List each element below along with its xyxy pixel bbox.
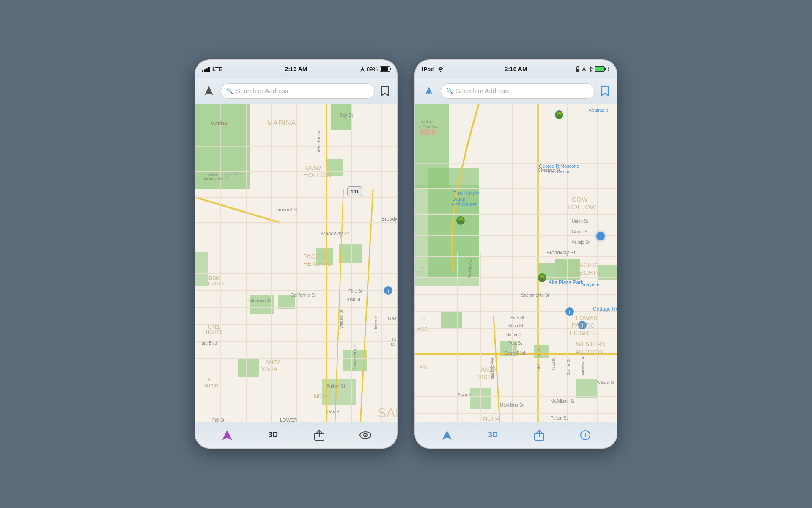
svg-text:VISTA: VISTA: [261, 365, 278, 372]
svg-text:NOPA: NOPA: [314, 393, 330, 400]
svg-rect-100: [441, 312, 462, 329]
svg-text:Post St: Post St: [508, 341, 522, 345]
battery-icon-1: [380, 66, 390, 72]
share-button-1[interactable]: [310, 426, 329, 444]
info-button-2[interactable]: i: [576, 426, 595, 444]
svg-text:🌳: 🌳: [556, 111, 562, 118]
svg-text:McAllister St: McAllister St: [500, 403, 524, 408]
svg-text:ANZA: ANZA: [265, 359, 281, 366]
directions-arrow-icon-1: [203, 85, 215, 97]
svg-text:of Fine Arts: of Fine Arts: [203, 177, 222, 181]
search-icon-1: 🔍: [226, 88, 233, 94]
svg-text:Palace: Palace: [206, 173, 218, 177]
battery-fill-1: [381, 67, 388, 71]
nav-bar-2: 🔍 Search or Address: [415, 78, 617, 104]
signal-bar-3: [206, 68, 208, 72]
battery-icon-2: [595, 66, 605, 72]
location-button-1[interactable]: [218, 426, 236, 444]
svg-rect-15: [238, 358, 259, 377]
svg-text:Union St: Union St: [572, 219, 588, 224]
status-bar-2: iPod 2:16 AM: [415, 60, 617, 78]
svg-text:HOLLOW: HOLLOW: [568, 203, 596, 210]
status-bar-1: LTE 2:16 AM 89%: [195, 60, 397, 78]
svg-rect-14: [195, 252, 208, 286]
svg-text:Lombard St: Lombard St: [274, 207, 298, 212]
svg-text:Alcatraz Is: Alcatraz Is: [589, 108, 609, 113]
svg-text:Webster St: Webster St: [339, 309, 343, 329]
svg-text:AGE: AGE: [417, 326, 427, 331]
svg-text:PACIFIC: PACIFIC: [576, 262, 599, 268]
svg-text:ADDITION: ADDITION: [575, 348, 604, 355]
signal-bar-2: [204, 69, 206, 72]
signal-bar-1: [202, 70, 203, 72]
3d-button-2[interactable]: 3D: [484, 426, 502, 444]
map-area-1[interactable]: 101 i Marina Divisadero St visadero St M…: [195, 104, 397, 422]
svg-text:🌳: 🌳: [458, 217, 464, 223]
location-button-2[interactable]: [438, 426, 456, 444]
svg-text:Masonic Ave: Masonic Ave: [490, 358, 494, 379]
svg-point-142: [595, 230, 606, 242]
svg-text:Sutter St: Sutter St: [506, 332, 523, 337]
svg-text:HEIGHTS: HEIGHTS: [303, 260, 331, 267]
svg-text:California St: California St: [246, 298, 272, 303]
svg-text:PACIFIC: PACIFIC: [572, 322, 595, 329]
battery-fill-2: [595, 67, 604, 71]
nav-bar-1: 🔍 Search or Address: [195, 78, 397, 104]
3d-button-1[interactable]: 3D: [264, 426, 283, 444]
eyewatch-button-1[interactable]: [356, 426, 375, 444]
search-bar-2[interactable]: 🔍 Search or Address: [441, 83, 595, 99]
bookmark-button-2[interactable]: [598, 84, 612, 98]
directions-arrow-icon-2: [423, 85, 435, 97]
svg-text:McAllister: McAllister: [391, 342, 397, 347]
svg-text:IO: IO: [420, 265, 425, 270]
svg-text:Bush St: Bush St: [508, 323, 523, 328]
svg-text:St: St: [225, 176, 229, 180]
svg-text:COW: COW: [305, 164, 322, 171]
eye-icon-1: [359, 431, 371, 439]
svg-rect-183: [423, 129, 431, 135]
svg-text:Pine St: Pine St: [510, 315, 524, 320]
svg-text:Bush St: Bush St: [346, 297, 360, 302]
search-icon-2: 🔍: [446, 88, 453, 94]
svg-marker-84: [222, 430, 232, 440]
svg-marker-92: [607, 66, 610, 72]
svg-text:Sacramento St: Sacramento St: [521, 293, 549, 298]
svg-rect-3: [208, 92, 210, 94]
signal-bar-4: [208, 67, 210, 72]
bookmark-button-1[interactable]: [378, 84, 392, 98]
status-right-1: 89%: [360, 66, 390, 72]
status-left-1: LTE: [202, 66, 222, 72]
share-button-2[interactable]: [530, 426, 549, 444]
svg-text:TS: TS: [417, 271, 423, 276]
svg-text:Fulton St: Fulton St: [326, 384, 345, 389]
map-area-2[interactable]: Palace of Fine Arts Alcatraz Is George R…: [415, 104, 617, 422]
svg-text:WESTERN: WESTERN: [576, 341, 606, 348]
svg-text:Geary Blvd: Geary Blvd: [388, 316, 397, 321]
svg-rect-185: [432, 129, 435, 135]
svg-text:SIDIO: SIDIO: [208, 276, 221, 281]
directions-button-2[interactable]: [420, 83, 437, 99]
carrier-label-1: LTE: [212, 66, 222, 72]
svg-rect-93: [428, 92, 430, 94]
svg-text:NE: NE: [208, 377, 214, 382]
svg-text:HEIGHTS: HEIGHTS: [570, 330, 596, 337]
svg-text:Fillmore St: Fillmore St: [581, 356, 585, 375]
svg-text:Digital: Digital: [453, 196, 466, 202]
svg-text:HGHTS: HGHTS: [206, 329, 222, 334]
svg-text:LOWER: LOWER: [576, 315, 598, 321]
svg-text:NOPA: NOPA: [483, 415, 499, 422]
svg-text:Divisadero St: Divisadero St: [352, 343, 357, 371]
svg-text:NTAIN: NTAIN: [205, 383, 218, 388]
search-bar-1[interactable]: 🔍 Search or Address: [221, 83, 375, 99]
svg-rect-103: [534, 345, 549, 358]
svg-text:Broadway: Broadway: [381, 216, 397, 222]
svg-text:TS: TS: [420, 316, 425, 321]
search-placeholder-1: Search or Address: [236, 87, 288, 94]
svg-text:The Lincoln: The Lincoln: [453, 190, 480, 196]
battery-pct-1: 89%: [367, 66, 378, 72]
svg-text:Vallejo St: Vallejo St: [572, 240, 590, 245]
svg-rect-8: [339, 244, 362, 263]
bookmark-icon-1: [380, 86, 390, 97]
bookmark-icon-2: [600, 86, 610, 97]
directions-button-1[interactable]: [200, 83, 217, 99]
